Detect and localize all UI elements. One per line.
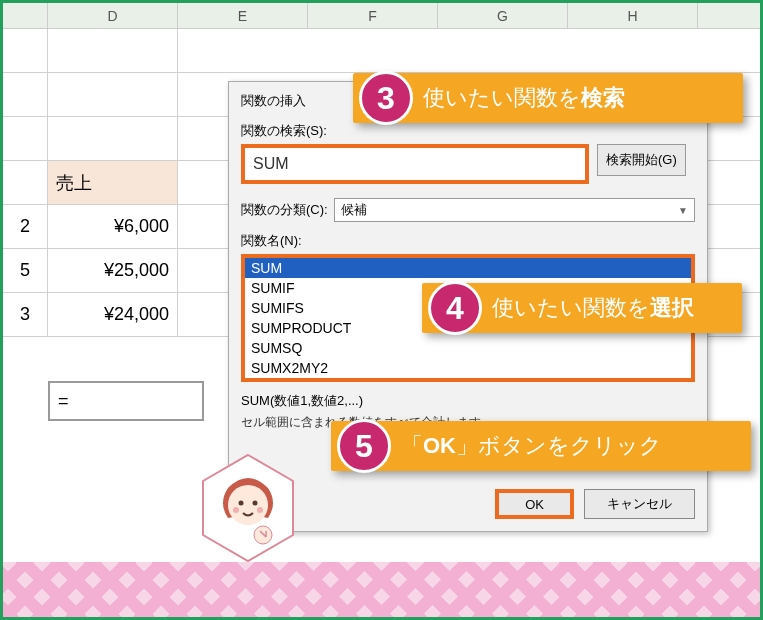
search-start-button[interactable]: 検索開始(G): [597, 144, 686, 176]
function-search-input[interactable]: [241, 144, 589, 184]
table-cell[interactable]: ¥6,000: [48, 205, 178, 248]
col-header[interactable]: [3, 3, 48, 28]
cancel-button[interactable]: キャンセル: [584, 489, 695, 519]
table-cell[interactable]: 5: [3, 249, 48, 292]
function-name-label: 関数名(N):: [241, 232, 695, 250]
col-header-d[interactable]: D: [48, 3, 178, 28]
svg-point-5: [257, 507, 263, 513]
col-header-g[interactable]: G: [438, 3, 568, 28]
function-item[interactable]: SUM: [245, 258, 691, 278]
row-cell[interactable]: [3, 161, 48, 204]
callout-text: 「OK」ボタンをクリック: [401, 431, 662, 461]
function-syntax: SUM(数値1,数値2,...): [241, 392, 695, 410]
callout-text: 使いたい関数を検索: [423, 83, 625, 113]
chevron-down-icon: ▼: [678, 205, 688, 216]
callout-step-4: 4 使いたい関数を選択: [422, 283, 742, 333]
character-illustration: [198, 453, 298, 563]
svg-point-3: [253, 501, 258, 506]
category-select[interactable]: 候補 ▼: [334, 198, 695, 222]
col-header-e[interactable]: E: [178, 3, 308, 28]
step-number-badge: 5: [337, 419, 391, 473]
callout-text: 使いたい関数を選択: [492, 293, 694, 323]
table-cell[interactable]: ¥24,000: [48, 293, 178, 336]
table-cell[interactable]: 2: [3, 205, 48, 248]
search-label: 関数の検索(S):: [241, 122, 695, 140]
callout-step-5: 5 「OK」ボタンをクリック: [331, 421, 751, 471]
category-label: 関数の分類(C):: [241, 201, 328, 219]
ok-button[interactable]: OK: [495, 489, 574, 519]
formula-input-cell[interactable]: =: [48, 381, 204, 421]
header-sales[interactable]: 売上: [48, 161, 178, 204]
svg-point-4: [233, 507, 239, 513]
step-number-badge: 4: [428, 281, 482, 335]
table-cell[interactable]: 3: [3, 293, 48, 336]
column-headers: D E F G H: [3, 3, 760, 29]
svg-point-2: [239, 501, 244, 506]
function-item[interactable]: SUMSQ: [245, 338, 691, 358]
table-cell[interactable]: ¥25,000: [48, 249, 178, 292]
svg-point-1: [228, 485, 268, 525]
function-item[interactable]: SUMX2MY2: [245, 358, 691, 378]
col-header-h[interactable]: H: [568, 3, 698, 28]
decorative-pattern: [3, 562, 760, 617]
step-number-badge: 3: [359, 71, 413, 125]
callout-step-3: 3 使いたい関数を検索: [353, 73, 743, 123]
col-header-f[interactable]: F: [308, 3, 438, 28]
